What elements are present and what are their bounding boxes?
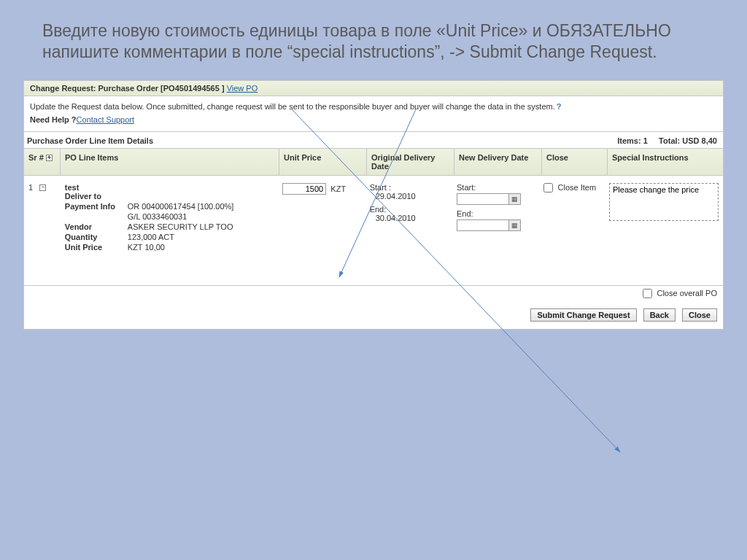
close-item-option[interactable]: Close Item: [543, 183, 596, 192]
currency-label: KZT: [330, 184, 346, 193]
special-instructions-input[interactable]: [609, 183, 719, 221]
close-overall-checkbox[interactable]: [643, 289, 652, 298]
total-value: USD 8,40: [682, 136, 717, 145]
submit-change-request-button[interactable]: Submit Change Request: [530, 308, 636, 322]
unit-price-input[interactable]: [282, 183, 326, 195]
close-item-checkbox[interactable]: [543, 183, 553, 192]
help-icon[interactable]: ?: [557, 102, 562, 111]
grid-header: Sr # + PO Line Items Unit Price Original…: [24, 148, 723, 176]
new-end-label: End:: [457, 209, 535, 218]
orig-end-label: End:: [370, 205, 448, 214]
col-special: Special Instructions: [608, 149, 723, 175]
col-new-date: New Delivery Date: [454, 149, 542, 175]
close-item-label: Close Item: [558, 183, 597, 192]
new-end-date-input[interactable]: [457, 219, 509, 231]
col-close: Close: [542, 149, 608, 175]
header-title-suffix: ]: [220, 84, 227, 93]
vendor-label: Vendor: [65, 222, 128, 231]
item-name: test: [65, 183, 80, 192]
instruction-text: Введите новую стоимость единицы товара в…: [42, 20, 703, 63]
expand-all-icon[interactable]: +: [46, 155, 53, 161]
section-title-bar: Purchase Order Line Item Details Items: …: [24, 131, 723, 148]
orig-end-value: 30.04.2010: [370, 214, 448, 222]
calendar-icon[interactable]: ▦: [509, 193, 521, 205]
close-overall-label: Close overall PO: [657, 289, 717, 298]
new-start-label: Start:: [457, 183, 535, 192]
unit-price-label-k: Unit Price: [65, 243, 128, 252]
button-bar: Submit Change Request Back Close: [24, 303, 723, 329]
orig-start-label: Start :: [370, 183, 448, 192]
col-po-line: PO Line Items: [61, 149, 279, 175]
col-unit-price: Unit Price: [279, 149, 367, 175]
payment-info-label: Payment Info: [65, 202, 128, 211]
unit-price-value-label: KZT 10,00: [128, 243, 274, 252]
payment-info-2: G/L 0033460031: [128, 212, 274, 221]
close-button[interactable]: Close: [682, 308, 717, 322]
calendar-icon[interactable]: ▦: [509, 219, 521, 231]
po-number: PO4501494565: [163, 84, 220, 93]
section-title: Purchase Order Line Item Details: [27, 136, 153, 145]
col-orig-date: Original Delivery Date: [367, 149, 454, 175]
need-help-label: Need Help ?: [30, 115, 77, 124]
info-block: Update the Request data below. Once subm…: [24, 96, 723, 131]
close-overall-option[interactable]: Close overall PO: [643, 289, 717, 298]
change-request-panel: Change Request: Purchase Order [PO450149…: [23, 80, 724, 330]
col-sr: Sr #: [28, 153, 44, 162]
payment-info-1: OR 004000617454 [100.00%]: [128, 202, 274, 211]
quantity-value: 123,000 ACT: [128, 233, 274, 241]
quantity-label: Quantity: [65, 233, 128, 241]
vendor-value: ASKER SECURITY LLP TOO: [128, 222, 274, 231]
view-po-link[interactable]: View PO: [227, 84, 258, 93]
new-start-date-input[interactable]: [457, 193, 509, 205]
row-sr: 1: [28, 183, 33, 192]
panel-header: Change Request: Purchase Order [PO450149…: [24, 81, 723, 96]
contact-support-link[interactable]: Contact Support: [77, 115, 135, 124]
collapse-row-icon[interactable]: −: [39, 184, 46, 191]
items-count: 1: [643, 136, 648, 145]
back-button[interactable]: Back: [643, 308, 676, 322]
deliver-to-label: Deliver to: [65, 192, 101, 201]
table-row: 1 − test Deliver to Payment InfoOR 00400…: [24, 176, 723, 285]
total-label: Total:: [659, 136, 680, 145]
header-title-prefix: Change Request: Purchase Order [: [30, 84, 163, 93]
close-overall-row: Close overall PO: [24, 285, 723, 303]
orig-start-value: 29.04.2010: [370, 192, 448, 201]
info-text: Update the Request data below. Once subm…: [30, 102, 555, 111]
items-label: Items:: [617, 136, 640, 145]
